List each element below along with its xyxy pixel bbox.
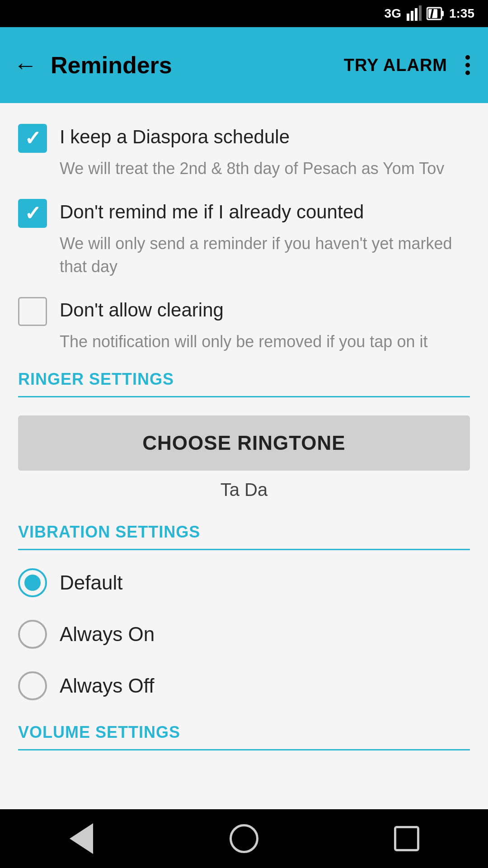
vibration-default-option[interactable]: Default (18, 568, 470, 597)
back-button[interactable]: ← (14, 52, 37, 79)
overflow-menu-button[interactable] (461, 55, 474, 75)
svg-rect-1 (411, 11, 413, 21)
try-alarm-button[interactable]: TRY ALARM (344, 56, 447, 75)
diaspora-schedule-description: We will treat the 2nd & 8th day of Pesac… (60, 157, 470, 180)
diaspora-schedule-checkbox[interactable]: ✓ (18, 124, 47, 153)
menu-dot-3 (465, 71, 470, 75)
no-reminder-if-counted-label: Don't remind me if I already counted (60, 200, 364, 225)
bottom-navigation (0, 809, 488, 868)
page-title: Reminders (51, 52, 330, 79)
checkmark-icon: ✓ (24, 128, 41, 148)
dont-allow-clearing-description: The notification will only be removed if… (60, 330, 470, 353)
choose-ringtone-button[interactable]: CHOOSE RINGTONE (18, 415, 470, 471)
svg-rect-5 (441, 11, 444, 16)
svg-rect-2 (415, 8, 418, 21)
dont-allow-clearing-label: Don't allow clearing (60, 298, 224, 323)
network-indicator: 3G (385, 6, 401, 21)
vibration-always-off-radio[interactable] (18, 671, 47, 700)
back-nav-button[interactable] (54, 821, 108, 857)
radio-inner-selected (24, 575, 41, 591)
vibration-always-on-option[interactable]: Always On (18, 620, 470, 649)
volume-settings-header: VOLUME SETTINGS (18, 723, 470, 750)
diaspora-schedule-label: I keep a Diaspora schedule (60, 125, 290, 150)
vibration-always-on-label: Always On (60, 623, 155, 646)
svg-rect-0 (407, 14, 409, 21)
menu-dot-2 (465, 63, 470, 67)
home-nav-button[interactable] (217, 821, 271, 857)
recents-nav-button[interactable] (380, 821, 434, 857)
status-icons: 3G 1:35 (385, 5, 474, 22)
home-nav-icon (230, 824, 258, 853)
menu-dot-1 (465, 55, 470, 60)
vibration-always-off-label: Always Off (60, 675, 154, 697)
signal-icon (406, 5, 422, 22)
vibration-default-radio[interactable] (18, 568, 47, 597)
diaspora-schedule-row: ✓ I keep a Diaspora schedule (18, 121, 470, 153)
toolbar: ← Reminders TRY ALARM (0, 27, 488, 103)
main-content: ✓ I keep a Diaspora schedule We will tre… (0, 103, 488, 809)
back-nav-icon (70, 823, 93, 854)
status-bar: 3G 1:35 (0, 0, 488, 27)
no-reminder-if-counted-row: ✓ Don't remind me if I already counted (18, 196, 470, 228)
no-reminder-if-counted-description: We will only send a reminder if you have… (60, 232, 470, 278)
selected-ringtone-name: Ta Da (18, 480, 470, 500)
vibration-default-label: Default (60, 571, 122, 594)
clock: 1:35 (449, 6, 474, 21)
recents-nav-icon (394, 826, 419, 851)
vibration-always-off-option[interactable]: Always Off (18, 671, 470, 700)
dont-allow-clearing-row: Don't allow clearing (18, 294, 470, 326)
svg-rect-3 (419, 5, 422, 21)
dont-allow-clearing-checkbox[interactable] (18, 297, 47, 326)
ringer-settings-header: RINGER SETTINGS (18, 370, 470, 397)
vibration-settings-header: VIBRATION SETTINGS (18, 523, 470, 550)
checkmark-icon-2: ✓ (24, 203, 41, 223)
no-reminder-if-counted-checkbox[interactable]: ✓ (18, 199, 47, 228)
battery-icon (427, 5, 445, 22)
vibration-always-on-radio[interactable] (18, 620, 47, 649)
